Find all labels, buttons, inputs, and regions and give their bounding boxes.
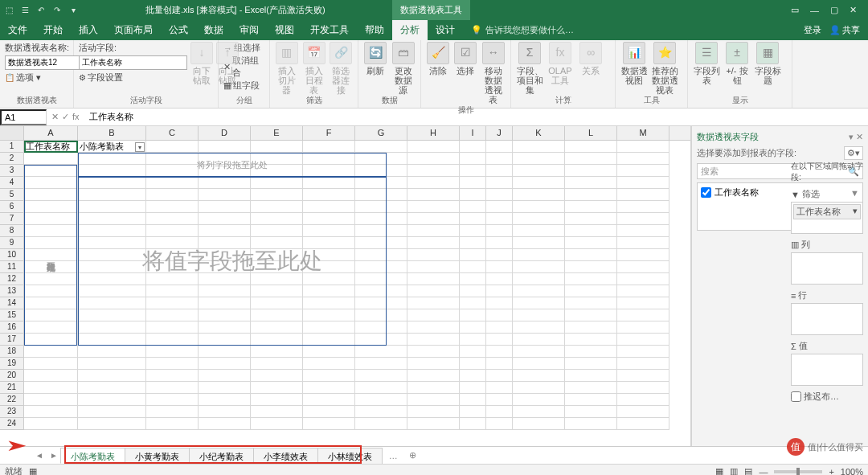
cell[interactable] (617, 177, 669, 189)
cell[interactable] (513, 321, 565, 334)
cell[interactable] (407, 213, 460, 225)
cell[interactable] (407, 153, 460, 165)
col-header[interactable]: K (513, 126, 565, 140)
cell[interactable] (617, 213, 669, 225)
cell[interactable] (407, 358, 460, 370)
cell[interactable] (407, 261, 460, 273)
cell[interactable] (460, 309, 486, 321)
col-header[interactable]: L (565, 126, 617, 140)
cell[interactable] (460, 418, 486, 430)
row-header[interactable]: 5 (0, 189, 24, 201)
cell[interactable] (460, 358, 486, 370)
row-header[interactable]: 18 (0, 346, 24, 358)
cell[interactable] (24, 382, 78, 394)
sheet-tab[interactable]: 小黄考勤表 (125, 448, 190, 464)
cancel-icon[interactable]: ✕ (51, 112, 59, 122)
row-header[interactable]: 7 (0, 213, 24, 225)
refresh-button[interactable]: 🔄刷新 (363, 42, 388, 76)
insert-timeline-button[interactable]: 📅插入日程表 (302, 42, 326, 95)
cell[interactable]: 工作表名称 (24, 141, 78, 153)
tab-analyze[interactable]: 分析 (392, 20, 428, 40)
filters-zone[interactable]: ▼筛选工作表名称▾ (791, 188, 863, 234)
tab-home[interactable]: 开始 (35, 20, 71, 40)
scroll-left-icon[interactable]: ◄ (32, 451, 47, 460)
qat-dropdown-icon[interactable]: ▾ (68, 5, 79, 16)
new-sheet-icon[interactable]: ⊕ (404, 450, 421, 461)
defer-layout-checkbox[interactable]: 推迟布… (791, 391, 863, 403)
tab-design[interactable]: 设计 (428, 20, 463, 40)
cell[interactable] (486, 358, 513, 370)
plusminus-button[interactable]: ±+/- 按钮 (723, 42, 751, 85)
tell-me[interactable]: 💡告诉我您想要做什么… (463, 20, 582, 40)
cell[interactable] (513, 370, 565, 382)
cell[interactable] (617, 358, 669, 370)
cell[interactable] (407, 346, 460, 358)
cell[interactable] (251, 358, 303, 370)
cell[interactable] (565, 201, 617, 213)
cell[interactable] (513, 297, 565, 309)
cell[interactable] (355, 394, 407, 406)
cell[interactable] (355, 406, 407, 418)
select-button[interactable]: ☑选择 (453, 42, 477, 76)
cell[interactable] (407, 201, 460, 213)
row-header[interactable]: 11 (0, 261, 24, 273)
cell[interactable] (486, 334, 513, 346)
save-icon[interactable]: ⬚ (3, 5, 14, 16)
row-header[interactable]: 23 (0, 406, 24, 418)
cell[interactable] (460, 189, 486, 201)
cell[interactable] (617, 201, 669, 213)
maximize-icon[interactable]: ▢ (830, 5, 838, 15)
col-header[interactable]: C (146, 126, 199, 140)
row-header[interactable]: 19 (0, 358, 24, 370)
cell[interactable] (617, 153, 669, 165)
field-settings-button[interactable]: ⚙ 字段设置 (79, 72, 187, 84)
cell[interactable] (407, 382, 460, 394)
row-header[interactable]: 10 (0, 249, 24, 261)
cell[interactable] (565, 153, 617, 165)
cell[interactable] (460, 346, 486, 358)
cell[interactable] (24, 406, 78, 418)
cell[interactable] (199, 346, 251, 358)
cell[interactable] (617, 406, 669, 418)
cell[interactable] (460, 249, 486, 261)
cell[interactable] (565, 382, 617, 394)
sheet-tab[interactable]: 小李绩效表 (253, 448, 318, 464)
cell[interactable] (146, 394, 199, 406)
cell[interactable] (146, 141, 199, 153)
pivotchart-button[interactable]: 📊数据透视图 (620, 42, 648, 85)
pivot-val-drop-area[interactable]: 将值字段拖至此处 (78, 177, 387, 346)
cell[interactable] (146, 418, 199, 430)
row-header[interactable]: 1 (0, 141, 24, 153)
cell[interactable] (303, 418, 355, 430)
view-layout-icon[interactable]: ▥ (730, 466, 738, 475)
cell[interactable] (565, 165, 617, 177)
cell[interactable] (565, 189, 617, 201)
view-normal-icon[interactable]: ▦ (715, 466, 723, 475)
cell[interactable] (355, 382, 407, 394)
zoom-level[interactable]: 100% (841, 467, 863, 476)
cell[interactable] (407, 225, 460, 237)
cell[interactable] (251, 382, 303, 394)
filter-icon[interactable]: ▾ (135, 142, 145, 152)
cell[interactable] (407, 370, 460, 382)
minimize-icon[interactable]: — (810, 6, 819, 15)
cell[interactable] (407, 285, 460, 297)
row-header[interactable]: 4 (0, 177, 24, 189)
cell[interactable] (486, 225, 513, 237)
cell[interactable] (146, 370, 199, 382)
cell[interactable] (617, 418, 669, 430)
cell[interactable] (513, 334, 565, 346)
cell[interactable] (303, 382, 355, 394)
cell[interactable] (407, 334, 460, 346)
cell[interactable] (460, 237, 486, 249)
row-header[interactable]: 3 (0, 165, 24, 177)
col-header[interactable]: H (407, 126, 460, 140)
tab-insert[interactable]: 插入 (71, 20, 106, 40)
cell[interactable] (513, 189, 565, 201)
cell[interactable] (565, 177, 617, 189)
cell[interactable] (460, 285, 486, 297)
cell[interactable] (617, 334, 669, 346)
cell[interactable] (199, 141, 251, 153)
cell[interactable] (407, 297, 460, 309)
field-headers-button[interactable]: ▦字段标题 (754, 42, 781, 85)
